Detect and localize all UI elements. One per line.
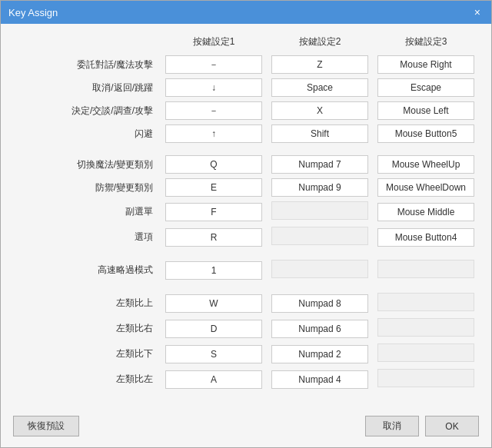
table-header-row: 按鍵設定1 按鍵設定2 按鍵設定3	[13, 33, 479, 53]
cancel-button[interactable]: 取消	[365, 416, 419, 436]
key-cell-7-2[interactable]: Mouse Button4	[373, 224, 479, 250]
key-cell-10-0[interactable]: D	[161, 316, 267, 341]
key-cell-12-1[interactable]: Numpad 4	[267, 367, 373, 392]
key-cell-11-1[interactable]: Numpad 2	[267, 341, 373, 367]
row-label: 左類比上	[13, 290, 161, 316]
key-input-11-0[interactable]: S	[165, 345, 262, 363]
key-input-6-1[interactable]	[271, 201, 368, 220]
key-cell-3-1[interactable]: Shift	[267, 122, 373, 145]
key-cell-10-2[interactable]	[373, 316, 479, 341]
key-input-1-1[interactable]: Space	[271, 78, 368, 97]
key-input-10-0[interactable]: D	[165, 320, 262, 338]
key-cell-8-1[interactable]	[267, 257, 373, 283]
row-label: 左類比右	[13, 316, 161, 341]
key-cell-6-1[interactable]	[267, 199, 373, 224]
key-input-10-1[interactable]: Numpad 6	[271, 320, 368, 338]
key-assign-table: 按鍵設定1 按鍵設定2 按鍵設定3 委託對話/魔法攻擊－ZMouse Right…	[13, 33, 479, 392]
key-input-8-1[interactable]	[271, 260, 368, 278]
key-input-12-2[interactable]	[377, 369, 474, 387]
key-input-7-0[interactable]: R	[165, 228, 262, 247]
key-input-8-2[interactable]	[377, 260, 474, 278]
key-input-9-0[interactable]: W	[165, 294, 262, 313]
key-input-10-2[interactable]	[377, 318, 474, 337]
key-cell-0-1[interactable]: Z	[267, 53, 373, 76]
key-input-3-0[interactable]: ↑	[165, 124, 262, 143]
key-input-1-0[interactable]: ↓	[165, 78, 262, 97]
footer: 恢復預設 取消 OK	[1, 408, 491, 447]
ok-button[interactable]: OK	[425, 416, 479, 436]
key-cell-2-2[interactable]: Mouse Left	[373, 99, 479, 122]
key-input-12-1[interactable]: Numpad 4	[271, 370, 368, 389]
key-input-11-2[interactable]	[377, 343, 474, 362]
key-cell-11-2[interactable]	[373, 341, 479, 367]
key-cell-7-1[interactable]	[267, 224, 373, 250]
key-cell-4-0[interactable]: Q	[161, 153, 267, 176]
key-cell-1-2[interactable]: Escape	[373, 76, 479, 99]
key-cell-9-2[interactable]	[373, 290, 479, 316]
key-input-6-0[interactable]: F	[165, 203, 262, 221]
key-cell-1-0[interactable]: ↓	[161, 76, 267, 99]
row-label: 決定/交談/調查/攻擊	[13, 99, 161, 122]
key-cell-0-2[interactable]: Mouse Right	[373, 53, 479, 76]
key-cell-3-2[interactable]: Mouse Button5	[373, 122, 479, 145]
table-spacer	[13, 283, 479, 290]
row-label: 闪避	[13, 122, 161, 145]
key-input-9-1[interactable]: Numpad 8	[271, 294, 368, 313]
key-input-2-2[interactable]: Mouse Left	[377, 101, 474, 120]
key-cell-6-0[interactable]: F	[161, 199, 267, 224]
key-cell-7-0[interactable]: R	[161, 224, 267, 250]
key-cell-12-2[interactable]	[373, 367, 479, 392]
key-cell-1-1[interactable]: Space	[267, 76, 373, 99]
key-input-6-2[interactable]: Mouse Middle	[377, 203, 474, 221]
key-cell-2-1[interactable]: X	[267, 99, 373, 122]
key-cell-9-1[interactable]: Numpad 8	[267, 290, 373, 316]
key-cell-5-2[interactable]: Mouse WheelDown	[373, 176, 479, 199]
key-input-4-2[interactable]: Mouse WheelUp	[377, 155, 474, 174]
key-cell-3-0[interactable]: ↑	[161, 122, 267, 145]
key-cell-5-0[interactable]: E	[161, 176, 267, 199]
main-content: 按鍵設定1 按鍵設定2 按鍵設定3 委託對話/魔法攻擊－ZMouse Right…	[1, 24, 491, 408]
key-cell-9-0[interactable]: W	[161, 290, 267, 316]
key-input-0-2[interactable]: Mouse Right	[377, 55, 474, 74]
key-input-1-2[interactable]: Escape	[377, 78, 474, 97]
key-input-5-2[interactable]: Mouse WheelDown	[377, 178, 474, 197]
key-cell-11-0[interactable]: S	[161, 341, 267, 367]
key-cell-8-2[interactable]	[373, 257, 479, 283]
key-input-5-0[interactable]: E	[165, 178, 262, 197]
key-cell-6-2[interactable]: Mouse Middle	[373, 199, 479, 224]
table-spacer	[13, 250, 479, 257]
table-row: 左類比上WNumpad 8	[13, 290, 479, 316]
col-setting2-header: 按鍵設定2	[267, 33, 373, 53]
key-cell-4-2[interactable]: Mouse WheelUp	[373, 153, 479, 176]
key-cell-2-0[interactable]: －	[161, 99, 267, 122]
key-input-7-1[interactable]	[271, 227, 368, 245]
key-cell-0-0[interactable]: －	[161, 53, 267, 76]
key-input-4-1[interactable]: Numpad 7	[271, 155, 368, 174]
key-cell-10-1[interactable]: Numpad 6	[267, 316, 373, 341]
key-input-5-1[interactable]: Numpad 9	[271, 178, 368, 197]
key-input-0-0[interactable]: －	[165, 55, 262, 74]
row-label: 副選單	[13, 199, 161, 224]
key-cell-5-1[interactable]: Numpad 9	[267, 176, 373, 199]
key-input-9-2[interactable]	[377, 293, 474, 311]
key-cell-4-1[interactable]: Numpad 7	[267, 153, 373, 176]
key-input-3-2[interactable]: Mouse Button5	[377, 124, 474, 143]
key-cell-12-0[interactable]: A	[161, 367, 267, 392]
key-input-3-1[interactable]: Shift	[271, 124, 368, 143]
key-input-11-1[interactable]: Numpad 2	[271, 345, 368, 363]
row-label: 左類比左	[13, 367, 161, 392]
restore-defaults-button[interactable]: 恢復預設	[13, 416, 79, 436]
key-input-2-1[interactable]: X	[271, 101, 368, 120]
row-label: 切換魔法/變更類別	[13, 153, 161, 176]
close-button[interactable]: ×	[471, 7, 484, 18]
key-input-7-2[interactable]: Mouse Button4	[377, 228, 474, 247]
key-input-12-0[interactable]: A	[165, 370, 262, 389]
key-cell-8-0[interactable]: 1	[161, 257, 267, 283]
table-row: 高速略過模式1	[13, 257, 479, 283]
key-input-4-0[interactable]: Q	[165, 155, 262, 174]
table-row: 委託對話/魔法攻擊－ZMouse Right	[13, 53, 479, 76]
key-input-8-0[interactable]: 1	[165, 261, 262, 280]
key-input-2-0[interactable]: －	[165, 101, 262, 120]
key-input-0-1[interactable]: Z	[271, 55, 368, 74]
table-row: 決定/交談/調查/攻擊－XMouse Left	[13, 99, 479, 122]
